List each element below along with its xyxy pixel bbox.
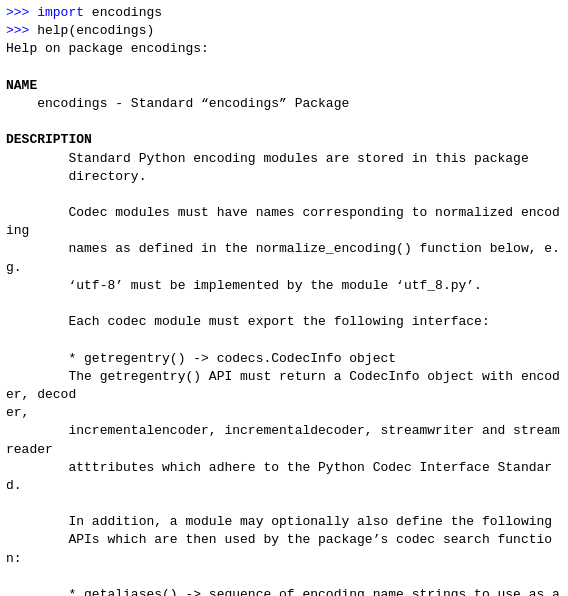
import-rest: encodings — [84, 5, 162, 20]
desc-line-13: * getaliases() -> sequence of encoding n… — [6, 586, 562, 596]
blank-6 — [6, 495, 562, 513]
desc-line-12: APIs which are then used by the package’… — [6, 531, 562, 567]
blank-2 — [6, 113, 562, 131]
desc-line-10: atttributes which adhere to the Python C… — [6, 459, 562, 495]
desc-line-9: incrementalencoder, incrementaldecoder, … — [6, 422, 562, 458]
desc-line-5: ‘utf-8’ must be implemented by the modul… — [6, 277, 562, 295]
line-help: >>> help(encodings) — [6, 22, 562, 40]
prompt-1: >>> — [6, 5, 37, 20]
blank-5 — [6, 331, 562, 349]
line-help-on: Help on package encodings: — [6, 40, 562, 58]
blank-7 — [6, 568, 562, 586]
desc-line-4: names as defined in the normalize_encodi… — [6, 240, 562, 276]
desc-line-11: In addition, a module may optionally als… — [6, 513, 562, 531]
desc-line-2: directory. — [6, 168, 562, 186]
description-section: DESCRIPTION — [6, 131, 562, 149]
desc-line-8: The getregentry() API must return a Code… — [6, 368, 562, 404]
prompt-2: >>> — [6, 23, 37, 38]
import-keyword: import — [37, 5, 84, 20]
desc-line-7: * getregentry() -> codecs.CodecInfo obje… — [6, 350, 562, 368]
terminal-window: >>> import encodings >>> help(encodings)… — [0, 0, 568, 596]
desc-line-8b: er, — [6, 404, 562, 422]
desc-line-3: Codec modules must have names correspond… — [6, 204, 562, 240]
line-import: >>> import encodings — [6, 4, 562, 22]
blank-1 — [6, 59, 562, 77]
name-section: NAME — [6, 77, 562, 95]
blank-4 — [6, 295, 562, 313]
desc-line-1: Standard Python encoding modules are sto… — [6, 150, 562, 168]
desc-line-6: Each codec module must export the follow… — [6, 313, 562, 331]
blank-3 — [6, 186, 562, 204]
help-call: help(encodings) — [37, 23, 154, 38]
name-content: encodings - Standard “encodings” Package — [6, 95, 562, 113]
